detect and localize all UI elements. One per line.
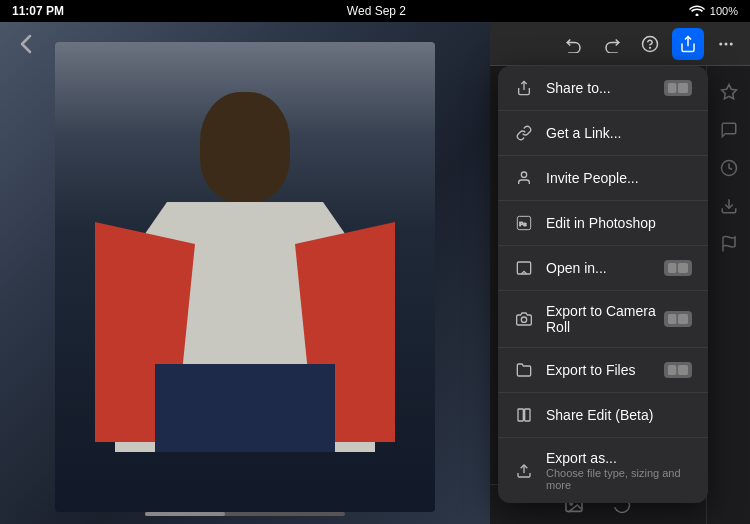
menu-label-export-camera: Export to Camera Roll bbox=[546, 303, 664, 335]
photo-subject bbox=[55, 42, 435, 512]
right-sidebar bbox=[706, 66, 750, 524]
menu-item-invite-people[interactable]: Invite People... bbox=[498, 156, 708, 201]
help-button[interactable] bbox=[634, 28, 666, 60]
invite-people-icon bbox=[514, 168, 534, 188]
status-time: 11:07 PM bbox=[12, 4, 64, 18]
edit-photoshop-icon: Ps bbox=[514, 213, 534, 233]
menu-item-export-as[interactable]: Export as... Choose file type, sizing an… bbox=[498, 438, 708, 503]
svg-rect-9 bbox=[678, 83, 688, 93]
progress-fill bbox=[145, 512, 225, 516]
menu-label-export-files: Export to Files bbox=[546, 362, 664, 378]
menu-label-share-to: Share to... bbox=[546, 80, 664, 96]
svg-rect-18 bbox=[678, 314, 688, 324]
svg-rect-17 bbox=[668, 314, 676, 324]
svg-point-5 bbox=[725, 42, 728, 45]
wifi-icon bbox=[689, 4, 705, 18]
share-to-icon bbox=[514, 78, 534, 98]
open-in-icon bbox=[514, 258, 534, 278]
sidebar-icon-download[interactable] bbox=[711, 188, 747, 224]
menu-item-export-camera[interactable]: Export to Camera Roll bbox=[498, 291, 708, 348]
sidebar-icon-history[interactable] bbox=[711, 150, 747, 186]
battery-icon: 100% bbox=[710, 5, 738, 17]
menu-item-open-in[interactable]: Open in... bbox=[498, 246, 708, 291]
redo-button[interactable] bbox=[596, 28, 628, 60]
svg-point-16 bbox=[521, 317, 526, 322]
menu-item-get-link[interactable]: Get a Link... bbox=[498, 111, 708, 156]
status-date: Wed Sep 2 bbox=[347, 4, 406, 18]
export-as-sublabel: Choose file type, sizing and more bbox=[546, 467, 692, 491]
svg-rect-19 bbox=[668, 365, 676, 375]
menu-label-export-as: Export as... Choose file type, sizing an… bbox=[546, 450, 692, 491]
top-toolbar bbox=[490, 22, 750, 66]
progress-bar bbox=[145, 512, 345, 516]
svg-text:Ps: Ps bbox=[519, 221, 527, 227]
menu-label-invite-people: Invite People... bbox=[546, 170, 692, 186]
menu-item-export-files[interactable]: Export to Files bbox=[498, 348, 708, 393]
menu-item-edit-photoshop[interactable]: Ps Edit in Photoshop bbox=[498, 201, 708, 246]
export-camera-icon bbox=[514, 309, 534, 329]
status-icons: 100% bbox=[689, 4, 738, 18]
export-as-icon bbox=[514, 461, 534, 481]
menu-item-share-edit[interactable]: Share Edit (Beta) bbox=[498, 393, 708, 438]
svg-rect-8 bbox=[668, 83, 676, 93]
person bbox=[55, 42, 435, 512]
export-files-badge bbox=[664, 362, 692, 378]
menu-label-open-in: Open in... bbox=[546, 260, 664, 276]
sidebar-icon-chat[interactable] bbox=[711, 112, 747, 148]
svg-point-0 bbox=[695, 14, 698, 17]
back-button[interactable] bbox=[8, 22, 44, 66]
menu-item-share-to[interactable]: Share to... bbox=[498, 66, 708, 111]
sidebar-icon-flag[interactable] bbox=[711, 226, 747, 262]
dropdown-menu: Share to... Get a Link... Invite People.… bbox=[498, 66, 708, 503]
person-head bbox=[200, 92, 290, 202]
menu-label-share-edit: Share Edit (Beta) bbox=[546, 407, 692, 423]
svg-marker-24 bbox=[721, 85, 736, 99]
status-bar: 11:07 PM Wed Sep 2 100% bbox=[0, 0, 750, 22]
get-link-icon bbox=[514, 123, 534, 143]
svg-point-6 bbox=[730, 42, 733, 45]
svg-rect-21 bbox=[518, 409, 523, 421]
svg-point-10 bbox=[521, 172, 526, 177]
sidebar-icon-star[interactable] bbox=[711, 74, 747, 110]
svg-rect-14 bbox=[668, 263, 676, 273]
svg-point-4 bbox=[719, 42, 722, 45]
photo-area bbox=[0, 22, 490, 524]
share-edit-icon bbox=[514, 405, 534, 425]
svg-rect-22 bbox=[525, 409, 530, 421]
open-in-badge bbox=[664, 260, 692, 276]
svg-rect-20 bbox=[678, 365, 688, 375]
svg-rect-15 bbox=[678, 263, 688, 273]
undo-button[interactable] bbox=[558, 28, 590, 60]
export-camera-badge bbox=[664, 311, 692, 327]
share-button[interactable] bbox=[672, 28, 704, 60]
more-options-button[interactable] bbox=[710, 28, 742, 60]
share-to-badge bbox=[664, 80, 692, 96]
menu-label-edit-photoshop: Edit in Photoshop bbox=[546, 215, 692, 231]
menu-label-get-link: Get a Link... bbox=[546, 125, 692, 141]
export-files-icon bbox=[514, 360, 534, 380]
